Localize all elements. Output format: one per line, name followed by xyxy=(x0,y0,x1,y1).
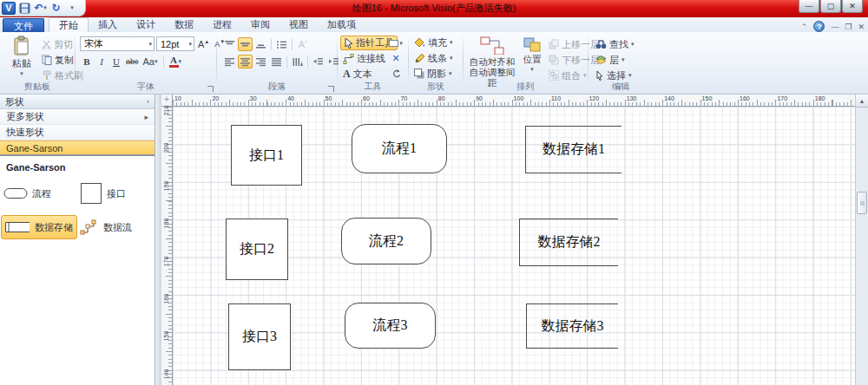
justify-button[interactable] xyxy=(269,55,284,69)
font-family-select[interactable]: 宋体 ▾ xyxy=(80,36,155,51)
fill-icon xyxy=(414,37,425,48)
tab-insert[interactable]: 插入 xyxy=(89,17,127,32)
italic-button[interactable]: I xyxy=(95,55,108,69)
tab-view[interactable]: 视图 xyxy=(279,17,318,32)
collapse-panel-icon[interactable]: ‹ xyxy=(147,97,149,106)
font-color-button[interactable]: A ▾ xyxy=(168,55,184,69)
v-ruler-label: 180 xyxy=(163,218,169,229)
auto-align-icon xyxy=(480,36,504,55)
shadow-button[interactable]: 阴影▾ xyxy=(412,67,455,81)
grow-font-button[interactable]: A▲ xyxy=(196,37,211,51)
doc-close-button[interactable]: ✕ xyxy=(858,23,865,31)
more-shapes-arrow-icon: ▸ xyxy=(144,113,148,121)
fill-label: 填充 xyxy=(428,36,447,49)
clipboard-group: 粘贴 ▾ 剪切 复制 格式刷 剪贴板 xyxy=(0,32,75,94)
canvas-shape-interface1[interactable]: 接口1 xyxy=(231,125,302,186)
shadow-label: 阴影 xyxy=(427,68,446,81)
h-ruler-label: 50 xyxy=(326,95,332,101)
stencil-item-dataflow[interactable]: 数据流 xyxy=(77,215,150,239)
tab-file[interactable]: 文件 xyxy=(3,18,44,32)
canvas-shape-process1[interactable]: 流程1 xyxy=(352,124,447,173)
find-label: 查找 xyxy=(609,38,628,51)
tab-addins[interactable]: 加载项 xyxy=(318,17,365,32)
align-bottom-button[interactable] xyxy=(253,37,268,51)
connector-tool-label: 连接线 xyxy=(357,52,385,65)
auto-align-button[interactable]: 自动对齐和 自动调整间距 xyxy=(467,36,517,88)
paste-button[interactable]: 粘贴 ▾ xyxy=(6,36,37,88)
position-button[interactable]: 位置 ▾ xyxy=(519,36,545,88)
align-center-button[interactable] xyxy=(238,55,253,69)
stencil-tab-gane-sarson[interactable]: Gane-Sarson xyxy=(0,140,155,156)
stencil-section-title: Gane-Sarson xyxy=(0,156,155,175)
canvas-shape-interface3[interactable]: 接口3 xyxy=(228,303,291,370)
h-ruler-label: 180 xyxy=(815,95,825,101)
strikethrough-button[interactable]: abc xyxy=(124,55,141,69)
align-right-button[interactable] xyxy=(253,55,268,69)
tab-design[interactable]: 设计 xyxy=(127,17,165,32)
line-button[interactable]: 线条▾ xyxy=(412,51,455,65)
auto-align-line1: 自动对齐和 xyxy=(470,56,516,67)
shape-label: 流程3 xyxy=(373,316,408,335)
v-ruler-label: 210 xyxy=(163,105,169,116)
fill-button[interactable]: 填充▾ xyxy=(412,36,455,49)
font-family-caret-icon: ▾ xyxy=(148,42,152,47)
close-button[interactable]: ✕ xyxy=(842,0,863,13)
align-middle-button[interactable] xyxy=(238,37,253,51)
align-left-button[interactable] xyxy=(222,55,237,69)
stencil-tab-label: Gane-Sarson xyxy=(6,143,62,153)
more-shapes-row[interactable]: 更多形状 ▸ xyxy=(0,109,155,125)
align-top-button[interactable] xyxy=(222,37,237,51)
stencil-item-interface[interactable]: 接口 xyxy=(77,179,150,208)
tab-process[interactable]: 进程 xyxy=(203,17,241,32)
find-button[interactable]: 查找▾ xyxy=(594,37,636,51)
send-backward-icon xyxy=(549,55,559,65)
decrease-indent-button[interactable] xyxy=(311,55,326,69)
doc-restore-button[interactable]: ❐ xyxy=(845,23,852,31)
canvas-shape-interface2[interactable]: 接口2 xyxy=(226,219,288,280)
stencil-item-label: 数据流 xyxy=(103,221,132,234)
connection-point-button[interactable]: ✕ xyxy=(387,51,404,66)
help-button[interactable]: ? xyxy=(813,21,825,32)
bullets-button[interactable] xyxy=(274,37,289,51)
drawing-canvas[interactable]: 接口1 流程1 数据存储1 接口2 流程2 数据存储2 接口3 流程3 数据存储… xyxy=(173,107,855,385)
canvas-shape-process3[interactable]: 流程3 xyxy=(345,303,436,349)
pointer-icon xyxy=(344,37,353,49)
line-label: 线条 xyxy=(428,52,447,65)
vertical-scrollbar[interactable]: ▲ xyxy=(855,95,868,385)
maximize-button[interactable]: ▢ xyxy=(820,0,841,13)
font-group-label: 字体 xyxy=(76,81,216,93)
h-ruler-label: 150 xyxy=(702,95,713,101)
scrollbar-thumb[interactable] xyxy=(857,192,867,214)
stencil-item-process[interactable]: 流程 xyxy=(1,179,77,208)
position-icon xyxy=(523,36,542,53)
shape-label: 流程2 xyxy=(369,232,404,251)
text-direction-button[interactable] xyxy=(290,55,305,69)
font-size-select[interactable]: 12pt ▾ xyxy=(156,36,194,51)
char-spacing-button[interactable]: A′ xyxy=(295,37,310,51)
doc-minimize-button[interactable]: — xyxy=(831,23,838,31)
bold-button[interactable]: B xyxy=(80,55,94,69)
h-ruler-label: 140 xyxy=(664,95,674,101)
canvas-shape-datastore2[interactable]: 数据存储2 xyxy=(519,219,618,266)
tab-data[interactable]: 数据 xyxy=(165,17,203,32)
rotate-tool-button[interactable] xyxy=(387,67,404,82)
v-ruler: 210200190180170160150140 xyxy=(161,107,173,385)
minimize-ribbon-icon[interactable]: ⌃ xyxy=(801,23,808,31)
layers-button[interactable]: 层▾ xyxy=(594,53,636,67)
minimize-button[interactable]: — xyxy=(799,0,819,13)
tab-review[interactable]: 审阅 xyxy=(241,17,279,32)
paragraph-group: A′ 段落 xyxy=(217,32,337,94)
shape-label: 接口3 xyxy=(242,328,277,346)
underline-button[interactable]: U xyxy=(109,55,123,69)
change-case-button[interactable]: Aa▾ xyxy=(141,55,160,69)
canvas-shape-datastore1[interactable]: 数据存储1 xyxy=(525,126,621,173)
scroll-up-icon[interactable]: ▲ xyxy=(856,95,868,108)
quick-shapes-row[interactable]: 快速形状 xyxy=(0,125,155,140)
canvas-shape-datastore3[interactable]: 数据存储3 xyxy=(526,303,618,349)
shape-label: 接口1 xyxy=(249,147,284,165)
shapes-panel-title: 形状 xyxy=(5,95,24,108)
canvas-shape-process2[interactable]: 流程2 xyxy=(341,218,431,264)
tab-home[interactable]: 开始 xyxy=(49,17,89,32)
stencil-item-datastore[interactable]: 数据存储 xyxy=(1,215,77,239)
drawing-shapes-button[interactable]: ▾ xyxy=(387,36,404,50)
